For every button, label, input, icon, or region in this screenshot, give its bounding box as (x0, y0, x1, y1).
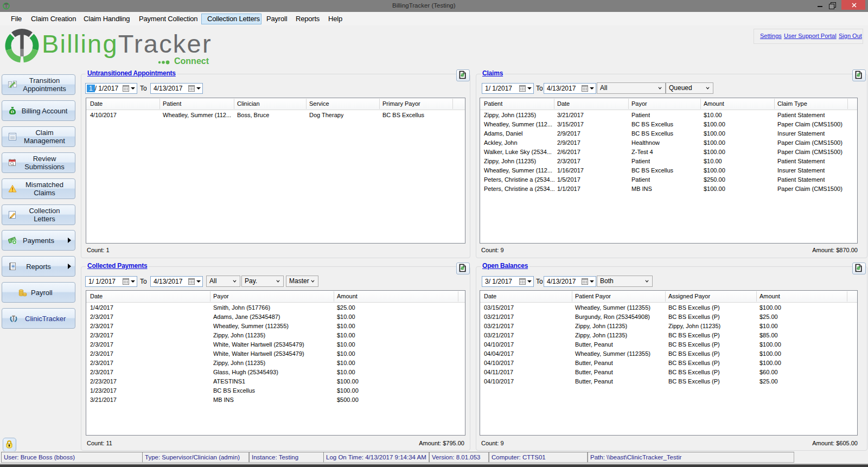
svg-text:$: $ (11, 110, 14, 114)
